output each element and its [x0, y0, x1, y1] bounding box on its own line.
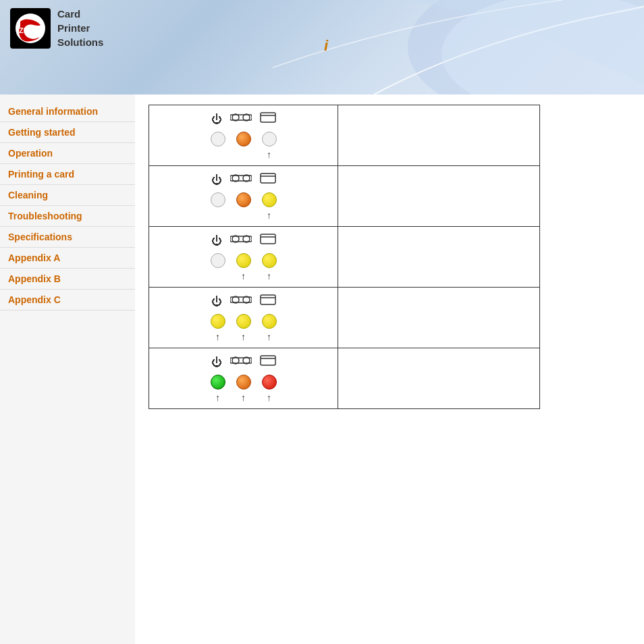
led-row-5 [156, 375, 331, 390]
status-table: ⏻ [149, 105, 540, 409]
power-icon: ⏻ [211, 113, 222, 126]
card-icon-2 [260, 173, 276, 187]
arrow-row-3: ↑ ↑ [156, 271, 331, 281]
arrow-row-4: ↑ ↑ ↑ [156, 331, 331, 342]
status-right-5 [338, 348, 540, 409]
svg-rect-23 [261, 295, 275, 304]
status-left-3: ⏻ [149, 227, 338, 288]
status-left-2: ⏻ [149, 166, 338, 227]
arrow-up-8: ↑ [211, 392, 225, 403]
led-3-2 [236, 253, 251, 268]
status-left-5: ⏻ [149, 348, 338, 409]
icon-row-2: ⏻ [156, 171, 331, 188]
led-4-2 [236, 314, 251, 329]
power-icon-2: ⏻ [211, 174, 222, 186]
content-area: ⏻ [135, 95, 644, 644]
led-row-1 [156, 132, 331, 146]
status-right-2 [338, 166, 540, 227]
power-icon-5: ⏻ [211, 356, 222, 369]
sidebar-item-troubleshooting[interactable]: Troubleshooting [0, 206, 135, 227]
header-title: Card Printer Solutions [57, 7, 103, 49]
logo-area: ZEBRA Card Printer Solutions [10, 7, 103, 49]
arrow-up-10: ↑ [262, 392, 277, 403]
ribbon-icon-3 [230, 232, 252, 249]
sidebar-item-general-information[interactable]: General information [0, 101, 135, 122]
led-5-2 [236, 375, 251, 390]
zebra-logo: ZEBRA [10, 8, 51, 49]
ribbon-icon-4 [230, 293, 252, 310]
led-5-1 [211, 375, 225, 390]
led-row-3 [156, 253, 331, 268]
icon-row-5: ⏻ [156, 354, 331, 371]
main-layout: General information Getting started Oper… [0, 95, 644, 644]
led-2-3 [262, 192, 277, 207]
svg-rect-7 [261, 113, 275, 122]
led-2-1 [211, 192, 225, 207]
icon-row-4: ⏻ [156, 293, 331, 310]
card-icon-5 [260, 355, 276, 369]
arrow-up-6: ↑ [236, 331, 251, 342]
svg-text:ZEBRA: ZEBRA [19, 26, 45, 34]
sidebar-item-appendix-b[interactable]: Appendix B [0, 269, 135, 290]
led-2-2 [236, 192, 251, 207]
svg-rect-17 [261, 234, 275, 244]
svg-rect-28 [261, 356, 275, 365]
svg-point-3 [441, 0, 644, 95]
status-left-4: ⏻ [149, 288, 338, 348]
arrow-up-4: ↑ [262, 271, 277, 281]
sidebar: General information Getting started Oper… [0, 95, 135, 644]
status-left-1: ⏻ [149, 105, 338, 166]
ribbon-icon-5 [230, 354, 252, 371]
ribbon-icon [230, 111, 252, 128]
status-right-4 [338, 288, 540, 348]
status-right-3 [338, 227, 540, 288]
led-4-3 [262, 314, 277, 329]
led-3-3 [262, 253, 277, 268]
arrow-up-1: ↑ [262, 149, 277, 160]
led-row-2 [156, 192, 331, 207]
table-row: ⏻ [149, 166, 540, 227]
arrow-up-5: ↑ [211, 331, 225, 342]
italic-i: i [324, 37, 328, 55]
sidebar-item-appendix-a[interactable]: Appendix A [0, 248, 135, 269]
status-right-1 [338, 105, 540, 166]
header-decoration [239, 0, 644, 95]
arrow-up-7: ↑ [262, 331, 277, 342]
svg-rect-12 [261, 173, 275, 183]
led-4-1 [211, 314, 225, 329]
arrow-up-2: ↑ [262, 210, 277, 221]
table-row: ⏻ [149, 105, 540, 166]
icon-row-3: ⏻ [156, 232, 331, 249]
sidebar-item-appendix-c[interactable]: Appendix C [0, 290, 135, 311]
arrow-up-9: ↑ [236, 392, 251, 403]
table-row: ⏻ [149, 227, 540, 288]
sidebar-item-specifications[interactable]: Specifications [0, 227, 135, 248]
led-1-3 [262, 132, 277, 146]
ribbon-icon-2 [230, 171, 252, 188]
card-icon-4 [260, 294, 276, 308]
led-5-3 [262, 375, 277, 390]
sidebar-item-operation[interactable]: Operation [0, 143, 135, 164]
led-1-1 [211, 132, 225, 146]
arrow-row-5: ↑ ↑ ↑ [156, 392, 331, 403]
led-row-4 [156, 314, 331, 329]
table-row: ⏻ [149, 288, 540, 348]
power-icon-4: ⏻ [211, 296, 222, 308]
led-3-1 [211, 253, 225, 268]
power-icon-3: ⏻ [211, 235, 222, 247]
table-row: ⏻ [149, 348, 540, 409]
icon-row-1: ⏻ [156, 111, 331, 128]
sidebar-item-printing-a-card[interactable]: Printing a card [0, 164, 135, 185]
led-1-2 [236, 132, 251, 146]
arrow-row-2: ↑ [156, 210, 331, 221]
sidebar-item-cleaning[interactable]: Cleaning [0, 185, 135, 206]
header: ZEBRA Card Printer Solutions i [0, 0, 644, 95]
card-icon-3 [260, 234, 276, 248]
card-icon [260, 112, 276, 126]
arrow-up-3: ↑ [236, 271, 251, 281]
sidebar-item-getting-started[interactable]: Getting started [0, 122, 135, 143]
arrow-row-1: ↑ [156, 149, 331, 160]
